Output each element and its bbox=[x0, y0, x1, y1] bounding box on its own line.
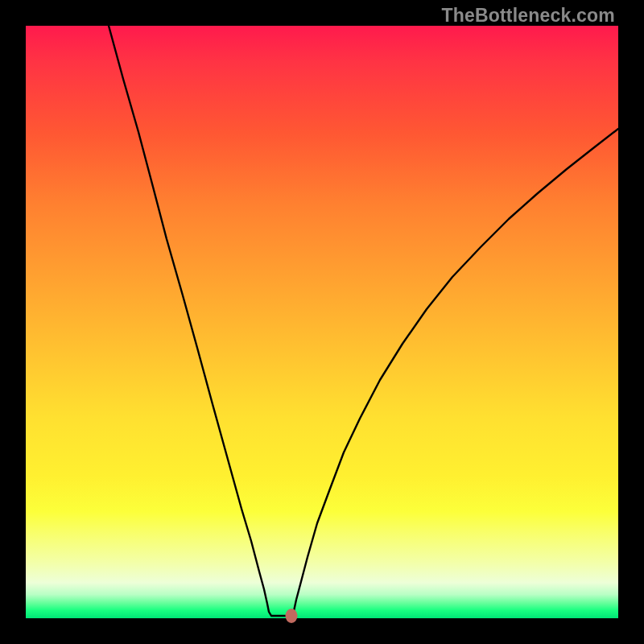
watermark-text: TheBottleneck.com bbox=[441, 5, 615, 27]
bottleneck-curve bbox=[26, 26, 618, 618]
chart-frame: TheBottleneck.com bbox=[0, 0, 644, 644]
minimum-marker bbox=[286, 609, 298, 623]
chart-plot-area bbox=[26, 26, 618, 618]
